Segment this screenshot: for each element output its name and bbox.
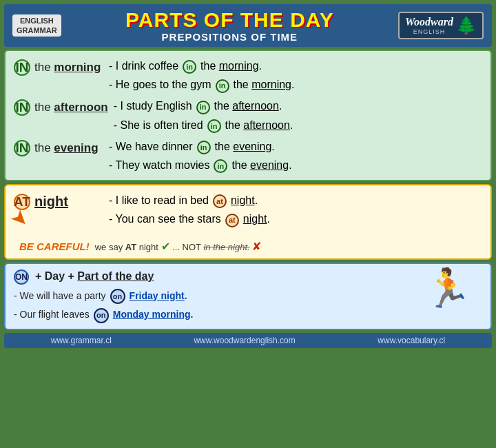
- night-example-2: - You can see the stars at night.: [109, 210, 482, 228]
- evening-row: IN the evening - We have dinner in the e…: [14, 137, 482, 174]
- blue-section: ON + Day + Part of the day - We will hav…: [4, 263, 492, 330]
- sub-title-text: PREPOSITIONS OF TIME: [61, 31, 398, 43]
- on-formula: ON + Day + Part of the day: [14, 269, 408, 285]
- evening-left: IN the evening: [14, 137, 103, 156]
- at-inline-2: at: [225, 214, 239, 227]
- wrong-text: in the night.: [203, 242, 249, 252]
- in-badge-afternoon: IN: [14, 99, 30, 116]
- morning-examples: - I drink coffee in the morning. - He go…: [109, 57, 482, 94]
- footer-link-grammar: www.grammar.cl: [51, 336, 112, 345]
- in-badge-evening: IN: [14, 140, 30, 156]
- in-inline-6: in: [214, 159, 227, 173]
- morning-row: IN the morning - I drink coffee in the m…: [14, 57, 482, 94]
- in-inline-4: in: [207, 119, 221, 133]
- evening-example-1: - We have dinner in the evening.: [109, 137, 482, 156]
- yellow-section: AT night ➤ - I like to read in bed at ni…: [4, 184, 492, 259]
- on-inline-2: on: [94, 308, 109, 323]
- main-container: ENGLISH GRAMMAR PARTS OF THE DAY PREPOSI…: [0, 0, 496, 448]
- morning-example-2: - He goes to the gym in the morning.: [109, 75, 482, 94]
- cross-icon: ✘: [252, 241, 261, 252]
- green-section: IN the morning - I drink coffee in the m…: [4, 50, 492, 181]
- header-title: PARTS OF THE DAY PREPOSITIONS OF TIME: [61, 8, 398, 43]
- afternoon-row: IN the afternoon - I study English in th…: [14, 96, 482, 134]
- blue-left: ON + Day + Part of the day - We will hav…: [14, 269, 408, 323]
- evening-example-2: - They watch movies in the evening.: [109, 156, 482, 174]
- woodward-sub: ENGLISH: [405, 28, 453, 35]
- tree-icon: 🌲: [456, 16, 477, 35]
- in-badge-morning: IN: [14, 59, 30, 76]
- woodward-brand: Woodward: [405, 16, 453, 28]
- afternoon-example-2: - She is often tired in the afternoon.: [114, 116, 482, 134]
- blue-example-2: - Our flight leaves on Monday morning.: [14, 306, 408, 323]
- night-example-1: - I like to read in bed at night.: [109, 191, 482, 210]
- on-inline-1: on: [110, 289, 125, 304]
- blue-example-1: - We will have a party on Friday night.: [14, 287, 408, 305]
- night-row: AT night ➤ - I like to read in bed at ni…: [14, 191, 482, 228]
- morning-example-1: - I drink coffee in the morning.: [109, 57, 482, 75]
- night-label: night: [34, 194, 68, 210]
- evening-label: the evening: [34, 141, 99, 155]
- be-careful-text: BE CAREFUL!: [19, 241, 90, 252]
- main-title-text: PARTS OF THE DAY: [61, 8, 398, 31]
- afternoon-example-1: - I study English in the afternoon.: [114, 96, 482, 115]
- character-illustration: 🏃: [413, 269, 482, 307]
- be-careful-row: BE CAREFUL! we say AT night ✔ ... NOT in…: [14, 234, 482, 253]
- in-inline-2: in: [216, 79, 229, 93]
- english-grammar-label: ENGLISH GRAMMAR: [12, 14, 61, 37]
- blue-examples: - We will have a party on Friday night. …: [14, 287, 408, 323]
- check-icon: ✔: [161, 241, 170, 252]
- arrow-icon: ➤: [7, 206, 32, 232]
- in-inline-1: in: [183, 60, 196, 74]
- header-left: ENGLISH GRAMMAR: [12, 14, 61, 37]
- footer-link-woodward: www.woodwardenglish.com: [194, 336, 295, 345]
- morning-left: IN the morning: [14, 57, 103, 76]
- header: ENGLISH GRAMMAR PARTS OF THE DAY PREPOSI…: [4, 4, 492, 47]
- at-inline-1: at: [213, 194, 227, 208]
- morning-label: the morning: [34, 61, 101, 74]
- in-inline-5: in: [197, 141, 211, 154]
- afternoon-left: IN the afternoon: [14, 96, 108, 116]
- night-examples: - I like to read in bed at night. - You …: [109, 191, 482, 228]
- in-inline-3: in: [196, 101, 210, 114]
- afternoon-label: the afternoon: [34, 101, 108, 114]
- woodward-logo: Woodward ENGLISH 🌲: [398, 12, 484, 39]
- afternoon-examples: - I study English in the afternoon. - Sh…: [114, 96, 482, 134]
- footer-link-vocabulary: www.vocabulary.cl: [378, 336, 445, 345]
- evening-examples: - We have dinner in the evening. - They …: [109, 137, 482, 174]
- footer: www.grammar.cl www.woodwardenglish.com w…: [4, 333, 492, 348]
- on-badge-formula: ON: [14, 269, 29, 285]
